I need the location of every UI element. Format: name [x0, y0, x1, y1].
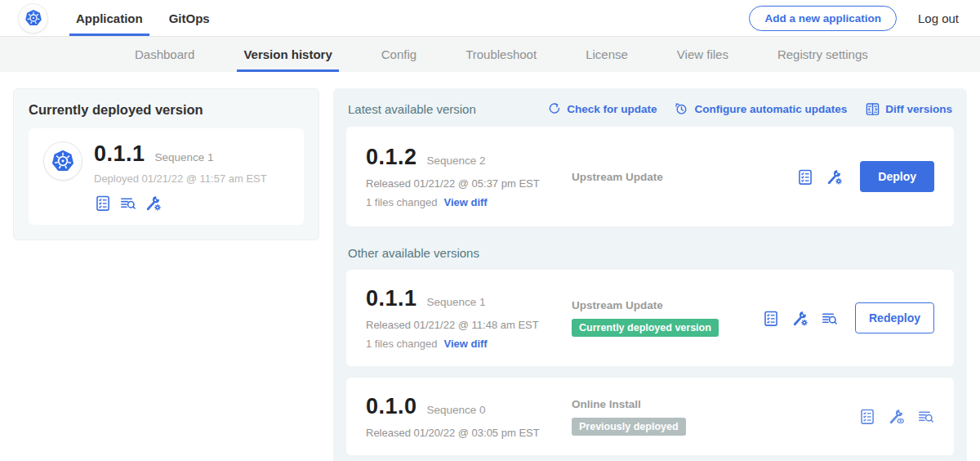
kubernetes-logo-icon: [18, 3, 48, 34]
main-content: Currently deployed version 0.1.1 Sequenc…: [0, 72, 980, 461]
version-history-panel: Latest available version Check for updat…: [333, 88, 967, 461]
currently-deployed-badge: Currently deployed version: [572, 319, 719, 337]
app-logo: [18, 0, 48, 36]
version-source-label: Upstream Update: [572, 299, 762, 311]
files-changed-label: 1 files changed: [366, 338, 437, 350]
checklist-icon[interactable]: [94, 195, 111, 212]
app-subnav: Dashboard Version history Config Trouble…: [0, 37, 980, 72]
released-timestamp: Released 01/20/22 @ 03:05 pm EST: [366, 427, 572, 439]
tab-config[interactable]: Config: [357, 37, 441, 72]
checklist-icon[interactable]: [796, 168, 813, 186]
add-new-application-button[interactable]: Add a new application: [749, 6, 897, 31]
diff-versions-label: Diff versions: [885, 103, 952, 115]
tab-dashboard[interactable]: Dashboard: [110, 37, 219, 72]
release-notes-icon[interactable]: [821, 310, 838, 327]
view-diff-link[interactable]: View diff: [443, 338, 487, 350]
version-source-label: Upstream Update: [572, 171, 796, 183]
release-notes-icon[interactable]: [119, 195, 136, 212]
deployed-sequence-label: Sequence 1: [155, 151, 214, 163]
currently-deployed-card: Currently deployed version 0.1.1 Sequenc…: [13, 88, 319, 240]
tab-version-history[interactable]: Version history: [219, 37, 356, 72]
latest-available-title: Latest available version: [348, 102, 476, 116]
configure-automatic-updates-label: Configure automatic updates: [694, 103, 847, 115]
config-wrench-gear-icon[interactable]: [791, 310, 808, 327]
version-number: 0.1.0: [366, 394, 417, 419]
other-available-title: Other available versions: [348, 246, 952, 260]
files-changed-label: 1 files changed: [366, 196, 437, 208]
deployed-version-number: 0.1.1: [94, 141, 145, 167]
logout-button[interactable]: Log out: [918, 11, 959, 25]
checklist-icon[interactable]: [858, 408, 875, 425]
tab-gitops[interactable]: GitOps: [156, 0, 223, 36]
released-timestamp: Released 01/21/22 @ 11:48 am EST: [366, 319, 572, 331]
schedule-update-icon: [675, 102, 689, 117]
version-row: 0.1.1 Sequence 1 Released 01/21/22 @ 11:…: [346, 270, 954, 366]
diff-versions-link[interactable]: Diff versions: [865, 101, 952, 117]
tab-application[interactable]: Application: [63, 0, 156, 36]
deployed-timestamp: Deployed 01/21/22 @ 11:57 am EST: [94, 172, 267, 185]
deploy-button[interactable]: Deploy: [860, 161, 934, 192]
redeploy-button[interactable]: Redeploy: [855, 302, 934, 333]
check-for-update-label: Check for update: [567, 103, 657, 115]
app-header: Application GitOps Add a new application…: [0, 0, 980, 37]
header-tabs: Application GitOps: [63, 0, 223, 36]
checklist-icon[interactable]: [762, 310, 779, 327]
currently-deployed-title: Currently deployed version: [29, 102, 304, 118]
refresh-icon: [547, 102, 562, 117]
version-row: 0.1.2 Sequence 2 Released 01/21/22 @ 05:…: [346, 127, 954, 226]
version-number: 0.1.1: [366, 286, 417, 311]
tab-troubleshoot[interactable]: Troubleshoot: [441, 37, 561, 72]
version-source-label: Online Install: [572, 398, 858, 410]
kubernetes-app-icon: [43, 141, 82, 181]
view-diff-link[interactable]: View diff: [443, 196, 487, 208]
tab-view-files[interactable]: View files: [653, 37, 753, 72]
config-wrench-gear-icon[interactable]: [145, 195, 162, 212]
sequence-label: Sequence 0: [427, 404, 486, 416]
released-timestamp: Released 01/21/22 @ 05:37 pm EST: [366, 177, 572, 190]
config-wrench-eye-icon[interactable]: [888, 408, 905, 425]
previously-deployed-badge: Previously deployed: [572, 418, 686, 436]
diff-table-icon: [865, 101, 880, 117]
release-notes-icon[interactable]: [917, 408, 934, 425]
check-for-update-link[interactable]: Check for update: [547, 102, 657, 117]
version-number: 0.1.2: [366, 145, 417, 170]
version-row: 0.1.0 Sequence 0 Released 01/20/22 @ 03:…: [346, 378, 954, 455]
sequence-label: Sequence 1: [427, 296, 486, 308]
configure-automatic-updates-link[interactable]: Configure automatic updates: [675, 102, 847, 117]
tab-license[interactable]: License: [561, 37, 653, 72]
tab-registry-settings[interactable]: Registry settings: [753, 37, 893, 72]
sequence-label: Sequence 2: [427, 154, 486, 167]
deployed-version-card: 0.1.1 Sequence 1 Deployed 01/21/22 @ 11:…: [29, 128, 304, 225]
config-wrench-gear-icon[interactable]: [826, 168, 843, 186]
